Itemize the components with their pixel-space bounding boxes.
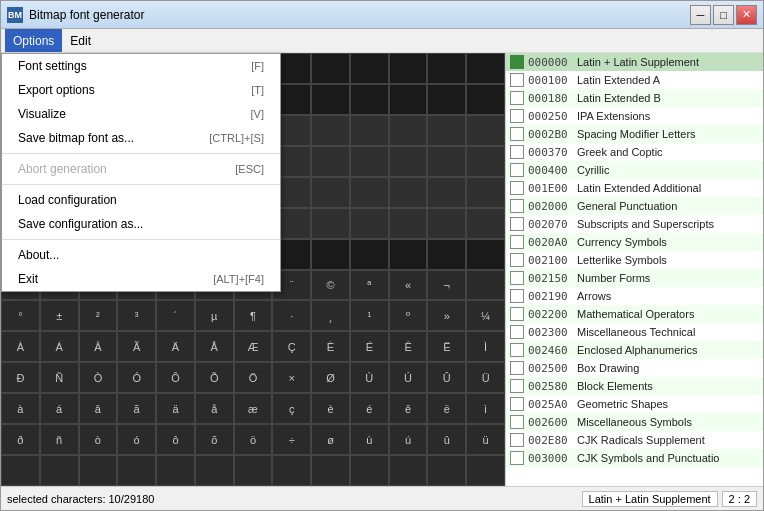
char-cell[interactable] xyxy=(389,208,428,239)
char-cell[interactable] xyxy=(466,455,505,486)
char-cell[interactable]: è xyxy=(311,393,350,424)
char-cell[interactable] xyxy=(389,455,428,486)
char-cell[interactable] xyxy=(427,239,466,270)
menu-save-bitmap[interactable]: Save bitmap font as... [CTRL]+[S] xyxy=(2,126,280,150)
char-cell[interactable] xyxy=(389,177,428,208)
char-cell[interactable]: ¬ xyxy=(427,270,466,301)
char-cell[interactable]: Ó xyxy=(117,362,156,393)
sidebar-item[interactable]: 002300Miscellaneous Technical xyxy=(506,323,763,341)
char-cell[interactable]: Ç xyxy=(272,331,311,362)
char-cell[interactable] xyxy=(311,239,350,270)
char-cell[interactable] xyxy=(389,146,428,177)
sidebar-item[interactable]: 002000General Punctuation xyxy=(506,197,763,215)
char-cell[interactable]: Á xyxy=(40,331,79,362)
char-cell[interactable]: ã xyxy=(117,393,156,424)
char-cell[interactable] xyxy=(195,455,234,486)
menu-font-settings[interactable]: Font settings [F] xyxy=(2,54,280,78)
char-cell[interactable] xyxy=(117,455,156,486)
char-cell[interactable]: ù xyxy=(350,424,389,455)
char-cell[interactable] xyxy=(311,455,350,486)
char-cell[interactable] xyxy=(234,455,273,486)
sidebar-item[interactable]: 002070Subscripts and Superscripts xyxy=(506,215,763,233)
char-cell[interactable] xyxy=(272,455,311,486)
sidebar-item[interactable]: 0025A0Geometric Shapes xyxy=(506,395,763,413)
char-cell[interactable] xyxy=(389,84,428,115)
char-cell[interactable] xyxy=(466,53,505,84)
char-cell[interactable]: ç xyxy=(272,393,311,424)
char-cell[interactable]: È xyxy=(311,331,350,362)
char-cell[interactable] xyxy=(466,115,505,146)
char-cell[interactable]: Û xyxy=(427,362,466,393)
char-cell[interactable] xyxy=(350,53,389,84)
char-cell[interactable] xyxy=(427,53,466,84)
char-cell[interactable]: ´ xyxy=(156,300,195,331)
char-cell[interactable] xyxy=(427,115,466,146)
char-cell[interactable]: ¹ xyxy=(350,300,389,331)
char-cell[interactable]: Õ xyxy=(195,362,234,393)
char-cell[interactable] xyxy=(427,455,466,486)
char-cell[interactable] xyxy=(1,455,40,486)
menu-edit[interactable]: Edit xyxy=(62,29,99,52)
char-cell[interactable]: Ô xyxy=(156,362,195,393)
char-cell[interactable]: ³ xyxy=(117,300,156,331)
unicode-block-list[interactable]: 000000Latin + Latin Supplement000100Lati… xyxy=(506,53,763,486)
char-cell[interactable]: Æ xyxy=(234,331,273,362)
char-cell[interactable]: × xyxy=(272,362,311,393)
sidebar-item[interactable]: 000000Latin + Latin Supplement xyxy=(506,53,763,71)
sidebar-item[interactable]: 002600Miscellaneous Symbols xyxy=(506,413,763,431)
char-cell[interactable]: ¸ xyxy=(311,300,350,331)
char-cell[interactable]: â xyxy=(79,393,118,424)
char-cell[interactable] xyxy=(466,177,505,208)
char-cell[interactable]: · xyxy=(272,300,311,331)
sidebar-item[interactable]: 002500Box Drawing xyxy=(506,359,763,377)
char-cell[interactable] xyxy=(350,115,389,146)
sidebar-item[interactable]: 000250IPA Extensions xyxy=(506,107,763,125)
char-cell[interactable]: « xyxy=(389,270,428,301)
char-cell[interactable]: ÷ xyxy=(272,424,311,455)
char-cell[interactable]: ò xyxy=(79,424,118,455)
char-cell[interactable]: Ë xyxy=(427,331,466,362)
sidebar-item[interactable]: 000180Latin Extended B xyxy=(506,89,763,107)
char-cell[interactable] xyxy=(79,455,118,486)
char-cell[interactable]: » xyxy=(427,300,466,331)
char-cell[interactable]: Â xyxy=(79,331,118,362)
sidebar-item[interactable]: 002200Mathematical Operators xyxy=(506,305,763,323)
char-cell[interactable]: à xyxy=(1,393,40,424)
char-cell[interactable]: Ö xyxy=(234,362,273,393)
char-cell[interactable]: ¼ xyxy=(466,300,505,331)
menu-options[interactable]: Options xyxy=(5,29,62,52)
char-cell[interactable]: Ü xyxy=(466,362,505,393)
restore-button[interactable]: □ xyxy=(713,5,734,25)
char-cell[interactable]: Ú xyxy=(389,362,428,393)
close-button[interactable]: ✕ xyxy=(736,5,757,25)
menu-export-options[interactable]: Export options [T] xyxy=(2,78,280,102)
char-cell[interactable]: ° xyxy=(1,300,40,331)
char-cell[interactable]: Ã xyxy=(117,331,156,362)
char-cell[interactable] xyxy=(389,53,428,84)
char-cell[interactable] xyxy=(389,239,428,270)
char-cell[interactable] xyxy=(311,84,350,115)
menu-load-config[interactable]: Load configuration xyxy=(2,188,280,212)
sidebar-item[interactable]: 000400Cyrillic xyxy=(506,161,763,179)
char-cell[interactable]: á xyxy=(40,393,79,424)
sidebar-item[interactable]: 000370Greek and Coptic xyxy=(506,143,763,161)
char-cell[interactable]: ± xyxy=(40,300,79,331)
char-cell[interactable]: À xyxy=(1,331,40,362)
sidebar-item[interactable]: 002150Number Forms xyxy=(506,269,763,287)
char-cell[interactable] xyxy=(311,146,350,177)
char-cell[interactable]: ü xyxy=(466,424,505,455)
char-cell[interactable]: ê xyxy=(389,393,428,424)
char-cell[interactable]: ð xyxy=(1,424,40,455)
char-cell[interactable]: É xyxy=(350,331,389,362)
char-cell[interactable] xyxy=(427,146,466,177)
char-cell[interactable]: µ xyxy=(195,300,234,331)
char-cell[interactable] xyxy=(466,208,505,239)
char-cell[interactable] xyxy=(311,115,350,146)
sidebar-item[interactable]: 003000CJK Symbols and Punctuatio xyxy=(506,449,763,467)
char-cell[interactable]: ¶ xyxy=(234,300,273,331)
char-cell[interactable] xyxy=(350,177,389,208)
menu-exit[interactable]: Exit [ALT]+[F4] xyxy=(2,267,280,291)
char-cell[interactable] xyxy=(350,146,389,177)
sidebar-item[interactable]: 000100Latin Extended A xyxy=(506,71,763,89)
char-cell[interactable]: ² xyxy=(79,300,118,331)
